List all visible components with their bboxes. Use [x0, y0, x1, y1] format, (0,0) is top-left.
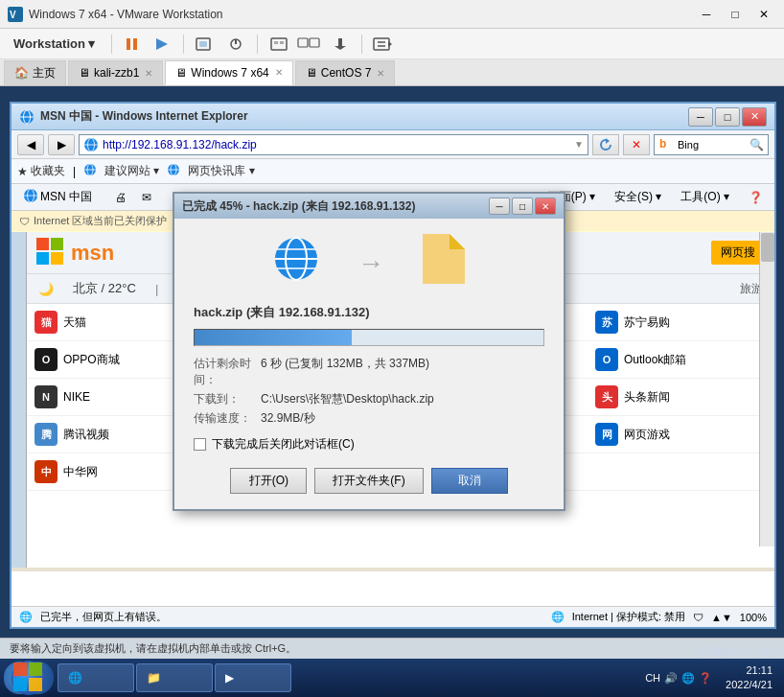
download-speed-row: 传输速度： 32.9MB/秒 — [194, 410, 544, 427]
msn-link-toutiao[interactable]: 头 头条新闻 — [588, 379, 774, 416]
svg-text:b: b — [659, 137, 666, 151]
ie-scroll-thumb[interactable] — [761, 233, 774, 262]
vm-hint-text: 要将输入定向到该虚拟机，请在虚拟机内部单击或按 Ctrl+G。 — [10, 641, 296, 656]
download-speed-label: 传输速度： — [194, 410, 261, 427]
ie-security-menu[interactable]: 安全(S) ▾ — [609, 187, 667, 207]
svg-rect-38 — [51, 252, 63, 265]
msn-link-suning[interactable]: 苏 苏宁易购 — [588, 304, 774, 341]
start-orb — [12, 661, 46, 695]
tab-home-icon: 🏠 — [14, 66, 29, 80]
msn-link-empty2 — [588, 453, 774, 491]
workstation-menu[interactable]: Workstation ▾ — [6, 33, 104, 55]
msn-link-game[interactable]: 网 网页游戏 — [588, 416, 774, 453]
tab-win7-close[interactable]: ✕ — [275, 67, 283, 78]
download-dialog-maximize[interactable]: □ — [512, 197, 533, 215]
tray-network-icon[interactable]: 🌐 — [681, 672, 695, 685]
star-icon: ★ — [17, 165, 28, 178]
bing-icon: b — [658, 135, 674, 153]
ie-back-button[interactable]: ◀ — [17, 134, 44, 155]
ie-maximize-button[interactable]: □ — [715, 107, 740, 127]
msn-page-label: MSN 中国 — [40, 189, 92, 205]
fullscreen-button[interactable] — [265, 33, 292, 56]
power-button[interactable] — [222, 33, 249, 56]
settings-button[interactable] — [370, 33, 397, 56]
vmware-minimize-button[interactable]: ─ — [694, 4, 719, 25]
favorites-label: 收藏夹 — [31, 163, 65, 179]
multi-monitor-button[interactable] — [296, 33, 323, 56]
play-button[interactable] — [149, 33, 175, 56]
taskbar-explorer[interactable]: 📁 — [136, 663, 213, 692]
tab-kali-label: kali-zzb1 — [94, 66, 139, 80]
tab-kali-close[interactable]: ✕ — [145, 68, 152, 79]
ie-address-bar[interactable]: http://192.168.91.132/hack.zip ▼ — [79, 134, 588, 155]
tray-ch-label[interactable]: CH — [645, 672, 660, 684]
nike-label: NIKE — [63, 390, 90, 404]
download-open-button[interactable]: 打开(O) — [230, 468, 307, 494]
ie-close-button[interactable]: ✕ — [742, 107, 767, 127]
download-open-folder-button[interactable]: 打开文件夹(F) — [314, 468, 423, 494]
suggested-sites-label: 建议网站 ▾ — [104, 163, 159, 179]
ie-stop-button[interactable]: ✕ — [623, 134, 650, 155]
nike-icon: N — [35, 385, 58, 408]
tab-centos-close[interactable]: ✕ — [377, 68, 384, 79]
suning-label: 苏宁易购 — [624, 314, 670, 331]
download-dialog-minimize[interactable]: ─ — [489, 197, 510, 215]
windows-taskbar: 🌐 📁 ▶ CH 🔊 🌐 ❓ 21:11 2022/4/21 — [0, 659, 784, 697]
tab-win7[interactable]: 🖥 Windows 7 x64 ✕ — [165, 60, 292, 85]
ie-vertical-scrollbar[interactable] — [759, 232, 774, 546]
msn-home-btn[interactable]: MSN 中国 — [17, 186, 98, 208]
game-label: 网页游戏 — [624, 427, 670, 443]
start-button[interactable] — [4, 662, 54, 694]
tencent-icon: 腾 — [35, 423, 58, 446]
ie-minimize-button[interactable]: ─ — [688, 107, 713, 127]
snapshot-button[interactable] — [192, 33, 219, 56]
taskbar-explorer-icon: 📁 — [147, 671, 161, 685]
ie-help-btn[interactable]: ❓ — [743, 189, 769, 206]
pause-button[interactable] — [120, 33, 147, 56]
tab-centos-icon: 🖥 — [306, 66, 317, 80]
ie-search-input[interactable]: Bing — [678, 139, 749, 151]
oppo-label: OPPO商城 — [63, 352, 120, 368]
tray-volume-icon[interactable]: 🔊 — [664, 672, 678, 685]
download-arrow-icon: → — [357, 248, 384, 279]
ie-search-bar[interactable]: b Bing 🔍 — [654, 134, 769, 155]
vmware-maximize-button[interactable]: □ — [723, 4, 748, 25]
ie-zoom-level[interactable]: 100% — [740, 612, 767, 623]
download-file-icon — [423, 234, 465, 292]
ie-globe-icon-2 — [167, 163, 180, 179]
tab-centos[interactable]: 🖥 CentOS 7 ✕ — [295, 60, 396, 85]
ie-mail-btn[interactable]: ✉ — [136, 189, 157, 206]
tab-home[interactable]: 🏠 主页 — [4, 60, 66, 85]
download-cancel-button[interactable]: 取消 — [431, 468, 508, 494]
tab-centos-label: CentOS 7 — [321, 66, 372, 80]
ie-print-btn[interactable]: 🖨 — [109, 189, 132, 206]
msn-link-outlook[interactable]: O Outlook邮箱 — [588, 341, 774, 379]
ie-refresh-button[interactable] — [592, 134, 619, 155]
ie-forward-button[interactable]: ▶ — [48, 134, 75, 155]
web-slices-btn[interactable]: 网页快讯库 ▾ — [188, 163, 254, 179]
web-slices-label: 网页快讯库 ▾ — [188, 163, 254, 179]
svg-rect-37 — [36, 252, 49, 265]
taskbar-ie[interactable]: 🌐 — [58, 663, 134, 692]
taskbar-media[interactable]: ▶ — [215, 663, 291, 692]
ie-titlebar: MSN 中国 - Windows Internet Explorer ─ □ ✕ — [12, 104, 774, 130]
vmware-close-button[interactable]: ✕ — [751, 4, 776, 25]
favorites-btn[interactable]: ★ 收藏夹 — [17, 163, 65, 179]
ie-search-go[interactable]: 🔍 — [749, 138, 764, 151]
taskbar-clock[interactable]: 21:11 2022/4/21 — [718, 663, 780, 693]
ie-favorites-bar: ★ 收藏夹 | 建议网站 ▾ 网页快讯库 ▾ — [12, 159, 774, 184]
ie-address-dropdown[interactable]: ▼ — [574, 139, 584, 150]
tab-home-label: 主页 — [33, 65, 56, 81]
tray-help-icon[interactable]: ❓ — [699, 672, 712, 685]
download-dialog-close[interactable]: ✕ — [535, 197, 556, 215]
ie-tools-menu[interactable]: 工具(O) ▾ — [675, 187, 735, 207]
msn-search-button[interactable]: 网页搜 — [711, 241, 765, 265]
svg-marker-17 — [388, 41, 392, 47]
tray-icons: CH 🔊 🌐 ❓ — [645, 672, 712, 685]
suggested-sites-btn[interactable]: 建议网站 ▾ — [104, 163, 159, 179]
msn-logo-icon — [36, 238, 63, 267]
download-autoclose-checkbox[interactable] — [194, 438, 206, 451]
usb-button[interactable] — [327, 33, 354, 56]
toolbar-separator-3 — [257, 35, 258, 54]
tab-kali[interactable]: 🖥 kali-zzb1 ✕ — [68, 60, 163, 85]
